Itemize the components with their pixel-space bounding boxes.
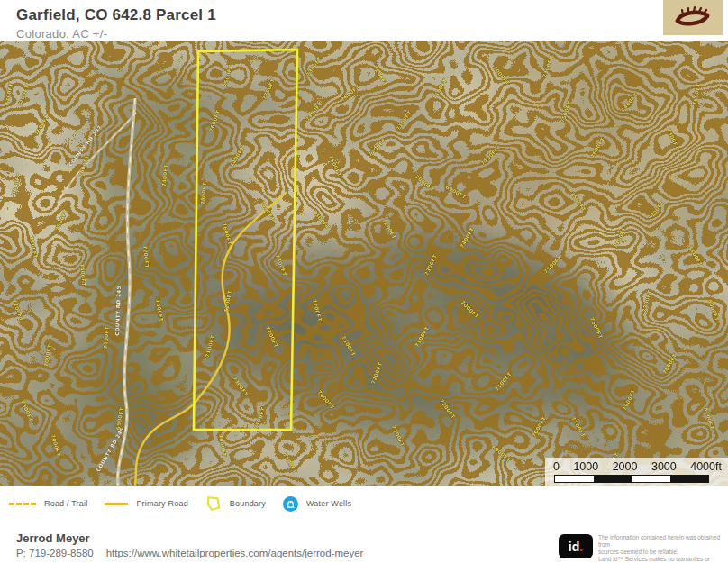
legend-item-primary-road: Primary Road — [105, 499, 187, 508]
primary-road-line-icon — [105, 503, 128, 505]
agent-name: Jerrod Meyer — [16, 531, 363, 545]
scale-tick: 0 — [553, 460, 560, 473]
agent-url: https://www.whitetailproperties.com/agen… — [106, 548, 364, 558]
water-well-icon — [283, 496, 298, 512]
scale-tick: 4000ft — [690, 460, 722, 473]
scale-tick: 1000 — [573, 460, 598, 473]
legend-item-water-wells: Water Wells — [283, 496, 351, 512]
scale-tick: 3000 — [651, 460, 677, 473]
legend-label: Primary Road — [136, 499, 187, 508]
agent-phone: P: 719-289-8580 — [16, 548, 94, 558]
agent-info: Jerrod Meyer P: 719-289-8580 https://www… — [16, 531, 363, 558]
boundary-polygon-icon — [205, 495, 222, 512]
topo-map: 7700FT7200FT7600FT7800FT7500FT7400FT7200… — [0, 41, 728, 486]
brand-logo — [663, 0, 723, 35]
legend-label: Road / Trail — [44, 499, 87, 508]
legend-item-road-trail: Road / Trail — [9, 499, 87, 508]
scale-bar-segments — [554, 475, 709, 483]
map-canvas: 7700FT7200FT7600FT7800FT7500FT7400FT7200… — [0, 41, 728, 486]
scale-bar: 0 1000 2000 3000 4000ft — [545, 458, 728, 486]
legend-label: Boundary — [230, 499, 266, 508]
road-trail-dash-icon — [9, 503, 36, 505]
scale-bar-ticks: 0 1000 2000 3000 4000ft — [545, 458, 728, 473]
page-subtitle: Colorado, AC +/- — [16, 27, 216, 41]
header: Garfield, CO 642.8 Parcel 1 Colorado, AC… — [16, 6, 216, 41]
map-report-page: Garfield, CO 642.8 Parcel 1 Colorado, AC… — [0, 0, 728, 563]
scale-tick: 2000 — [613, 460, 638, 473]
antler-icon — [670, 5, 715, 31]
legend-item-boundary: Boundary — [205, 495, 266, 512]
page-title: Garfield, CO 642.8 Parcel 1 — [16, 6, 216, 24]
map-legend: Road / Trail Primary Road Boundary Water… — [0, 486, 728, 522]
land-id-logo: id. — [559, 534, 593, 558]
legend-label: Water Wells — [306, 499, 351, 508]
photo-grain — [0, 41, 728, 486]
disclaimer-text: The information contained herein was obt… — [598, 534, 721, 563]
disclaimer: id. The information contained herein was… — [559, 534, 721, 563]
